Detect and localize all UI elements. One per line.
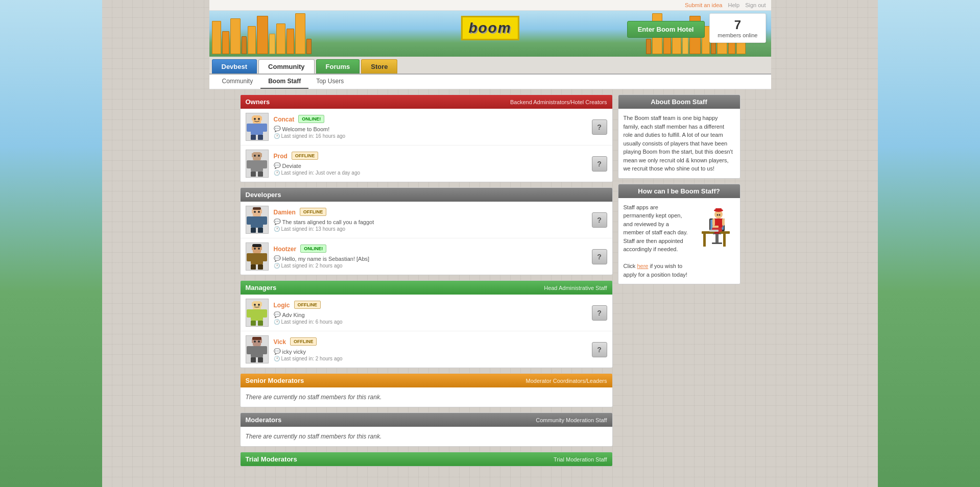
question-button[interactable]: ? (592, 342, 607, 357)
nav-tab-forums[interactable]: Forums (316, 59, 360, 74)
nav-tab-community[interactable]: Community (258, 59, 315, 74)
trial-moderators-title: Trial Moderators (246, 455, 297, 463)
member-lastseen: Last signed in: Just over a day ago (274, 170, 587, 176)
main-content: Owners Backend Administrators/Hotel Crea… (240, 94, 613, 472)
table-row: Hootzer ONLINE! Hello, my name is Sebast… (241, 238, 612, 275)
howto-boom-staff-box: How can I be Boom Staff? Staff apps are … (618, 184, 740, 285)
senior-moderators-title: Senior Moderators (246, 377, 304, 384)
owners-section: Owners Backend Administrators/Hotel Crea… (240, 94, 613, 182)
svg-rect-5 (262, 124, 267, 132)
sub-nav-community[interactable]: Community (214, 75, 261, 89)
svg-point-51 (258, 304, 260, 306)
help-link[interactable]: Help (728, 2, 739, 8)
svg-rect-25 (262, 216, 267, 225)
table-row: Logic OFFLINE Adv King Last signed in: 6… (241, 295, 612, 331)
avatar (246, 242, 269, 271)
svg-rect-38 (258, 264, 263, 270)
svg-rect-34 (251, 253, 263, 264)
member-motto: Adv King (274, 311, 587, 318)
svg-rect-7 (258, 135, 263, 140)
svg-rect-82 (712, 226, 719, 228)
member-name-hootzer[interactable]: Hootzer (274, 246, 297, 253)
svg-rect-46 (247, 309, 252, 318)
sub-nav-top-users[interactable]: Top Users (308, 75, 351, 89)
time-icon (274, 356, 280, 361)
svg-rect-24 (247, 216, 252, 225)
status-badge: OFFLINE (300, 208, 327, 216)
svg-point-8 (254, 118, 256, 120)
member-info: Concat ONLINE! Welcome to Boom! Last sig… (274, 115, 587, 139)
nav-tab-devbest[interactable]: Devbest (212, 59, 257, 74)
table-row: Concat ONLINE! Welcome to Boom! Last sig… (241, 109, 612, 145)
here-link[interactable]: here (637, 263, 648, 269)
status-badge: ONLINE! (300, 245, 326, 253)
submit-idea-link[interactable]: Submit an idea (685, 2, 722, 8)
trial-moderators-section-header: Trial Moderators Trial Moderation Staff (241, 452, 612, 466)
svg-rect-21 (252, 209, 253, 213)
svg-point-30 (258, 211, 260, 213)
senior-moderators-subtitle: Moderator Coordinators/Leaders (526, 378, 607, 384)
svg-rect-3 (251, 124, 263, 135)
banner: boom Enter Boom Hotel 7 members online (209, 11, 771, 57)
svg-point-62 (258, 340, 260, 343)
question-button[interactable]: ? (592, 212, 607, 228)
member-name-logic[interactable]: Logic (274, 302, 290, 309)
avatar (246, 206, 269, 234)
time-icon (274, 133, 280, 139)
howto-text: Staff apps are permanently kept open, an… (624, 203, 689, 279)
member-lastseen: Last signed in: 2 hours ago (274, 263, 587, 269)
svg-rect-23 (251, 216, 263, 228)
moderators-subtitle: Community Moderation Staff (536, 417, 607, 423)
left-decoration (0, 0, 102, 487)
member-name-vick[interactable]: Vick (274, 338, 286, 346)
empty-section-text: There are currently no staff members for… (241, 427, 612, 446)
empty-section-text: There are currently no staff members for… (241, 387, 612, 407)
managers-subtitle: Head Administrative Staff (544, 285, 607, 291)
svg-point-40 (254, 248, 256, 250)
header-links: Submit an idea Help Sign out (685, 2, 766, 8)
enter-hotel-button[interactable]: Enter Boom Hotel (627, 21, 705, 38)
svg-rect-76 (715, 208, 722, 211)
svg-point-41 (258, 248, 260, 250)
developers-title: Developers (246, 191, 281, 199)
member-name-damien[interactable]: Damien (274, 209, 296, 216)
moderators-section: Moderators Community Moderation Staff Th… (240, 412, 613, 447)
member-name-prod[interactable]: Prod (274, 153, 288, 160)
sub-nav-boom-staff[interactable]: Boom Staff (260, 75, 308, 89)
question-button[interactable]: ? (592, 119, 607, 135)
svg-rect-36 (262, 253, 267, 261)
question-button[interactable]: ? (592, 305, 607, 321)
question-button[interactable]: ? (592, 249, 607, 264)
svg-rect-15 (262, 160, 267, 168)
svg-rect-13 (251, 160, 263, 172)
svg-rect-39 (252, 244, 261, 247)
svg-rect-4 (247, 124, 252, 132)
developers-section-header: Developers (241, 188, 612, 202)
svg-rect-55 (251, 346, 263, 357)
site-logo[interactable]: boom (461, 16, 519, 40)
status-badge: OFFLINE (294, 301, 321, 309)
sign-out-link[interactable]: Sign out (745, 2, 766, 8)
svg-rect-28 (253, 207, 261, 210)
chat-icon (274, 218, 281, 225)
members-online-count: 7 (718, 18, 757, 32)
about-box-content: The Boom staff team is one big happy fam… (618, 109, 740, 178)
nav-tab-store[interactable]: Store (361, 59, 397, 74)
svg-rect-48 (251, 321, 256, 326)
svg-rect-45 (251, 309, 263, 321)
svg-point-78 (719, 214, 720, 215)
member-motto: The stars aligned to call you a faggot (274, 218, 587, 225)
question-button[interactable]: ? (592, 156, 607, 172)
staff-character-illustration (694, 203, 735, 279)
managers-section: Managers Head Administrative Staff (240, 280, 613, 368)
svg-rect-71 (714, 232, 720, 234)
member-info: Prod OFFLINE Deviate Last signed in: Jus… (274, 152, 587, 176)
svg-rect-47 (262, 309, 267, 318)
member-name-concat[interactable]: Concat (274, 116, 295, 123)
chat-icon (274, 348, 281, 355)
chat-icon (274, 162, 281, 169)
svg-point-50 (254, 304, 256, 306)
member-motto: Hello, my name is Sebastian! [Abs] (274, 255, 587, 262)
right-decoration (878, 0, 980, 487)
sidebar: About Boom Staff The Boom staff team is … (618, 94, 740, 472)
